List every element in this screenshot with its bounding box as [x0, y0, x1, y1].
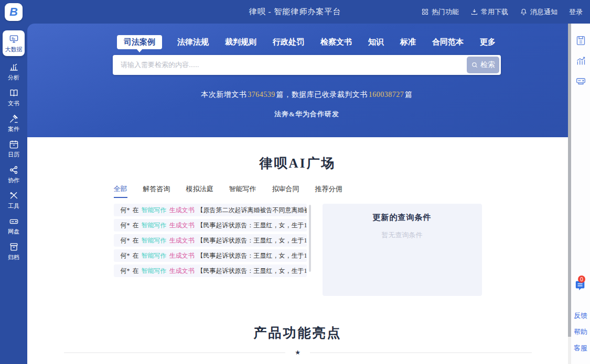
stats-text: 篇，数据库已收录裁判文书 [276, 91, 368, 98]
tab-laws-regulations[interactable]: 法律法规 [176, 35, 210, 49]
search-input[interactable] [114, 57, 467, 73]
feed-scrollbar[interactable] [309, 205, 311, 272]
plaza-tab-all[interactable]: 全部 [114, 184, 127, 198]
feed-action: 智能写作 [142, 206, 167, 215]
search-icon [471, 61, 478, 69]
sidebar-item-documents[interactable]: 文书 [3, 88, 25, 107]
sidebar-item-label: 大数据 [5, 46, 23, 53]
feed-item[interactable]: 何*在智能写作生成文书【原告第二次起诉离婚被告不同意离婚被告且系... [114, 204, 307, 216]
cooperation-note: 法奔&华为合作研发 [113, 109, 501, 119]
tab-contract-templates[interactable]: 合同范本 [431, 35, 465, 49]
feed-conn: 在 [133, 236, 139, 245]
sidebar-item-bigdata[interactable]: 大数据 [3, 30, 25, 56]
highlights-title: 产品功能亮点 [27, 324, 568, 341]
ai-plaza-title: 律呗AI广场 [27, 137, 568, 172]
query-panel-empty-text: 暂无查询条件 [323, 230, 482, 240]
highlights-divider: ★ [64, 349, 532, 357]
topbar: B 律呗 - 智能律师办案平台 热门功能 常用下载 消息通知 登录 [0, 0, 590, 24]
activity-feed: 何*在智能写作生成文书【原告第二次起诉离婚被告不同意离婚被告且系... 何*在智… [114, 204, 314, 296]
feed-conn: 在 [133, 221, 139, 230]
feed-content: 【民事起诉状原告：王显红，女，生于1990...】 [197, 267, 307, 275]
support-link[interactable]: 客服 [574, 344, 587, 353]
plaza-tab-smart-writing[interactable]: 智能写作 [229, 184, 256, 198]
stats-text: 本次新增文书 [201, 91, 246, 98]
tab-procuratorial-docs[interactable]: 检察文书 [319, 35, 353, 49]
feed-item[interactable]: 何*在智能写作生成文书【民事起诉状原告：王显红，女，生于1990...】 [114, 219, 307, 231]
feed-item[interactable]: 何*在智能写作生成文书【民事起诉状原告：王显红，女，生于1990...】 [114, 264, 307, 277]
feed-user: 何* [121, 206, 130, 215]
logo-letter: B [9, 5, 18, 19]
feed-action: 智能写作 [142, 251, 167, 260]
archive-icon [9, 242, 19, 252]
left-sidebar: 大数据 分析 文书 案件 日历 协作 工具 网盘 [0, 24, 27, 364]
sidebar-item-calendar[interactable]: 日历 [3, 139, 25, 159]
sidebar-item-cases[interactable]: 案件 [3, 114, 25, 133]
app-logo[interactable]: B [5, 3, 23, 21]
bell-icon [520, 8, 528, 16]
chat-button[interactable]: 0 [575, 280, 586, 293]
sidebar-item-label: 协作 [8, 177, 19, 184]
login-label: 登录 [569, 7, 583, 17]
notifications-button[interactable]: 消息通知 [520, 7, 557, 17]
tab-judicial-cases[interactable]: 司法案例 [117, 35, 162, 49]
monitor-icon [9, 34, 19, 44]
sidebar-item-label: 网盘 [8, 228, 19, 236]
sidebar-item-label: 日历 [8, 151, 19, 159]
tab-knowledge[interactable]: 知识 [367, 35, 385, 49]
sidebar-item-label: 分析 [8, 74, 19, 82]
app-window: B 律呗 - 智能律师办案平台 热门功能 常用下载 消息通知 登录 大数据 [0, 0, 590, 364]
login-button[interactable]: 登录 [569, 7, 583, 17]
sidebar-item-tools[interactable]: 工具 [3, 191, 25, 210]
hot-features-button[interactable]: 热门功能 [421, 7, 459, 17]
sidebar-item-collaboration[interactable]: 协作 [3, 165, 25, 184]
divider-line [310, 352, 532, 353]
plaza-tab-consulting[interactable]: 解答咨询 [143, 184, 170, 198]
trend-chart-icon[interactable] [575, 55, 586, 66]
sidebar-item-clouddisk[interactable]: 网盘 [3, 216, 25, 236]
feed-content: 【民事起诉状原告：王显红，女，生于1990...】 [197, 236, 307, 245]
feed-user: 何* [121, 267, 130, 275]
document-stats: 本次新增文书3764539篇，数据库已收录裁判文书160038727篇 [113, 90, 501, 100]
plaza-tab-mock-court[interactable]: 模拟法庭 [186, 184, 213, 198]
tab-standards[interactable]: 标准 [399, 35, 417, 49]
feedback-link[interactable]: 反馈 [574, 311, 587, 321]
tab-judgment-rules[interactable]: 裁判规则 [224, 35, 258, 49]
search-button-label: 检索 [480, 60, 495, 70]
share-icon [9, 165, 19, 175]
sidebar-item-label: 案件 [8, 125, 19, 133]
query-panel-title: 更新的查询条件 [323, 204, 482, 223]
feed-user: 何* [121, 251, 130, 260]
notifications-label: 消息通知 [530, 7, 557, 17]
plaza-tab-referral[interactable]: 推荐分佣 [315, 184, 342, 198]
feed-conn: 在 [133, 251, 139, 260]
stats-text: 篇 [405, 91, 413, 98]
feed-action: 智能写作 [142, 267, 167, 275]
drive-icon [9, 216, 19, 226]
search-button[interactable]: 检索 [467, 57, 499, 73]
help-link[interactable]: 帮助 [574, 327, 587, 337]
topbar-menu: 热门功能 常用下载 消息通知 登录 [421, 7, 583, 17]
feed-item[interactable]: 何*在智能写作生成文书【民事起诉状原告：王显红，女，生于1990...】 [114, 234, 307, 247]
main-content: 律呗AI广场 全部 解答咨询 模拟法庭 智能写作 拟审合同 推荐分佣 何*在智能… [27, 137, 568, 364]
chat-badge: 0 [578, 275, 585, 283]
downloads-button[interactable]: 常用下载 [470, 7, 508, 17]
feed-user: 何* [121, 221, 130, 230]
document-icon[interactable] [575, 35, 586, 46]
tab-admin-penalties[interactable]: 行政处罚 [272, 35, 305, 49]
sidebar-item-label: 归档 [8, 253, 19, 261]
feed-conn: 在 [133, 206, 139, 215]
calendar-icon [9, 139, 19, 149]
download-icon [470, 8, 478, 16]
sidebar-item-analysis[interactable]: 分析 [3, 62, 25, 82]
sidebar-item-archive[interactable]: 归档 [3, 242, 25, 261]
tab-more[interactable]: 更多 [479, 35, 497, 49]
grid-icon [421, 8, 429, 16]
ai-plaza-tabs: 全部 解答咨询 模拟法庭 智能写作 拟审合同 推荐分佣 [114, 184, 482, 198]
bar-chart-icon [9, 62, 19, 72]
feed-action: 智能写作 [142, 236, 167, 245]
feed-conn: 在 [133, 267, 139, 275]
plaza-tab-contract-review[interactable]: 拟审合同 [272, 184, 299, 198]
feed-content: 【原告第二次起诉离婚被告不同意离婚被告且系... [197, 206, 307, 215]
printer-icon[interactable] [575, 75, 586, 86]
feed-item[interactable]: 何*在智能写作生成文书【民事起诉状原告：王显红，女，生于1990...】 [114, 249, 307, 262]
